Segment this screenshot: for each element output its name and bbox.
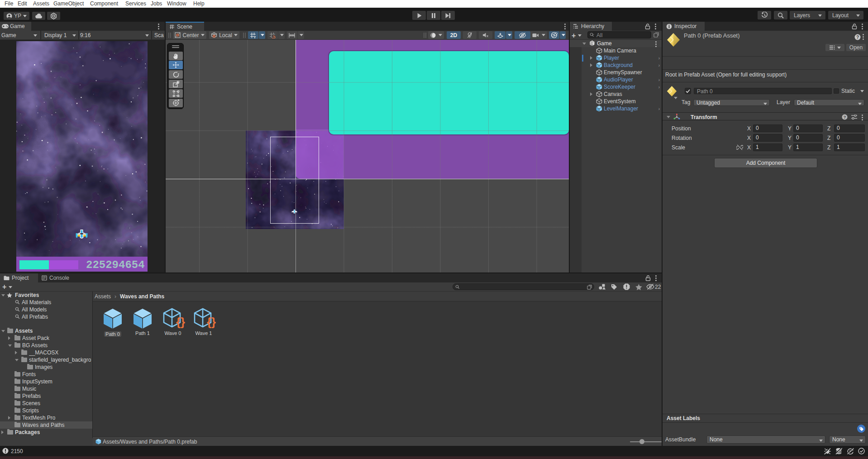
svg-text:{}: {}	[207, 315, 216, 329]
svg-text:?: ?	[856, 35, 859, 40]
svg-text:?: ?	[844, 115, 846, 120]
svg-text:{}: {}	[176, 315, 185, 329]
